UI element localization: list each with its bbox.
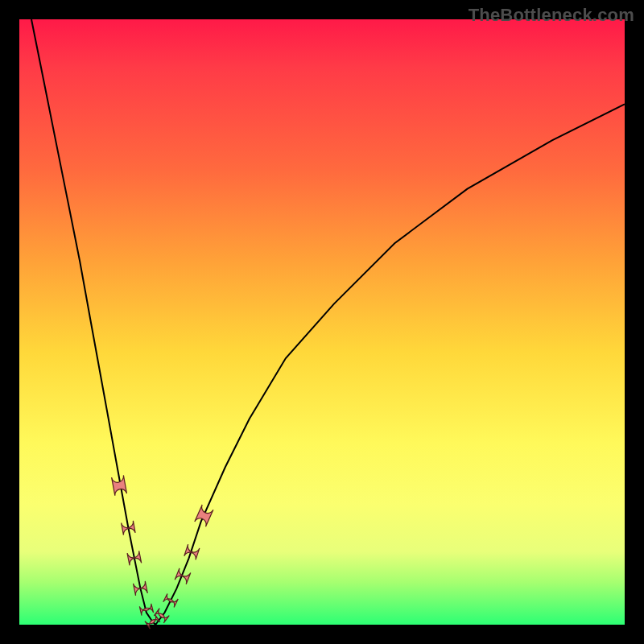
- marker-8: [175, 568, 191, 584]
- marker-3: [134, 581, 148, 596]
- marker-10: [195, 505, 213, 526]
- marker-1: [122, 521, 136, 535]
- marker-7: [163, 593, 179, 607]
- chart-markers: [112, 475, 213, 629]
- chart-svg: [19, 19, 625, 625]
- curve-right-branch: [155, 104, 625, 625]
- chart-frame: [19, 19, 625, 625]
- marker-2: [127, 551, 142, 565]
- curve-left-branch: [31, 19, 155, 625]
- chart-curves: [31, 19, 625, 625]
